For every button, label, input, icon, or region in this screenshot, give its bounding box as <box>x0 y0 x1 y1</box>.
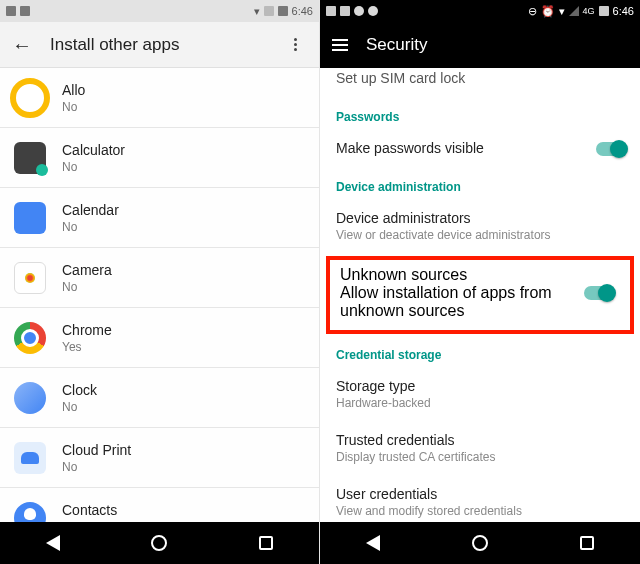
page-title: Install other apps <box>50 35 265 55</box>
app-row-calc[interactable]: CalculatorNo <box>0 128 319 188</box>
signal-icon <box>569 6 579 16</box>
setting-make-passwords-visible[interactable]: Make passwords visible <box>320 130 640 168</box>
notif-icon <box>20 6 30 16</box>
statusbar: ⊖ ⏰ ▾ 4G 6:46 <box>320 0 640 22</box>
app-name: Chrome <box>62 322 112 338</box>
app-name: Camera <box>62 262 112 278</box>
dnd-icon: ⊖ <box>528 5 537 18</box>
nav-home-icon[interactable] <box>151 535 167 551</box>
sim-icon <box>264 6 274 16</box>
app-icon-chrome <box>14 322 46 354</box>
app-icon-clock <box>14 382 46 414</box>
nav-recent-icon[interactable] <box>580 536 594 550</box>
appbar: Security <box>320 22 640 68</box>
toggle-switch[interactable] <box>596 142 626 156</box>
battery-icon <box>599 6 609 16</box>
app-name: Allo <box>62 82 85 98</box>
highlight-box: Unknown sources Allow installation of ap… <box>326 256 634 334</box>
app-name: Contacts <box>62 502 117 518</box>
menu-icon[interactable] <box>332 39 348 51</box>
setting-trusted-credentials[interactable]: Trusted credentials Display trusted CA c… <box>320 422 640 476</box>
app-status: No <box>62 220 119 234</box>
notif-icon <box>6 6 16 16</box>
app-status: No <box>62 160 125 174</box>
overflow-menu[interactable] <box>283 38 307 51</box>
nav-recent-icon[interactable] <box>259 536 273 550</box>
alarm-icon: ⏰ <box>541 5 555 18</box>
section-header-device-admin: Device administration <box>320 168 640 200</box>
app-status: No <box>62 460 131 474</box>
app-status: No <box>62 400 97 414</box>
app-icon-contacts <box>14 502 46 523</box>
wifi-icon: ▾ <box>254 5 260 18</box>
app-name: Calculator <box>62 142 125 158</box>
statusbar: ▾ 6:46 <box>0 0 319 22</box>
setting-user-credentials[interactable]: User credentials View and modify stored … <box>320 476 640 522</box>
app-row-allo[interactable]: AlloNo <box>0 68 319 128</box>
navbar <box>0 522 319 564</box>
notif-icon <box>326 6 336 16</box>
app-icon-cal <box>14 202 46 234</box>
app-status: No <box>62 100 85 114</box>
app-row-clock[interactable]: ClockNo <box>0 368 319 428</box>
notif-icon <box>354 6 364 16</box>
wifi-icon: ▾ <box>559 5 565 18</box>
status-time: 6:46 <box>292 5 313 17</box>
appbar: ← Install other apps <box>0 22 319 68</box>
app-row-cloudp[interactable]: Cloud PrintNo <box>0 428 319 488</box>
app-list: AlloNoCalculatorNoCalendarNoCameraNoChro… <box>0 68 319 522</box>
setting-unknown-sources[interactable]: Unknown sources Allow installation of ap… <box>340 266 620 320</box>
page-title: Security <box>366 35 628 55</box>
status-time: 6:46 <box>613 5 634 17</box>
network-label: 4G <box>583 6 595 16</box>
app-status: Yes <box>62 340 112 354</box>
section-header-passwords: Passwords <box>320 98 640 130</box>
app-row-cam[interactable]: CameraNo <box>0 248 319 308</box>
app-icon-cloudp <box>14 442 46 474</box>
setting-device-administrators[interactable]: Device administrators View or deactivate… <box>320 200 640 254</box>
nav-back-icon[interactable] <box>46 535 60 551</box>
app-row-chrome[interactable]: ChromeYes <box>0 308 319 368</box>
phone-right: ⊖ ⏰ ▾ 4G 6:46 Security Set up SIM card l… <box>320 0 640 564</box>
section-header-credential: Credential storage <box>320 336 640 368</box>
app-name: Calendar <box>62 202 119 218</box>
toggle-switch[interactable] <box>584 286 614 300</box>
app-row-contacts[interactable]: ContactsNo <box>0 488 319 522</box>
app-status: No <box>62 280 112 294</box>
app-icon-allo <box>14 82 46 114</box>
app-name: Cloud Print <box>62 442 131 458</box>
nav-home-icon[interactable] <box>472 535 488 551</box>
notif-icon <box>368 6 378 16</box>
battery-icon <box>278 6 288 16</box>
back-icon[interactable]: ← <box>12 35 32 55</box>
app-icon-calc <box>14 142 46 174</box>
navbar <box>320 522 640 564</box>
phone-left: ▾ 6:46 ← Install other apps AlloNoCalcul… <box>0 0 320 564</box>
setting-sim-lock[interactable]: Set up SIM card lock <box>320 68 640 98</box>
notif-icon <box>340 6 350 16</box>
setting-storage-type[interactable]: Storage type Hardware-backed <box>320 368 640 422</box>
nav-back-icon[interactable] <box>366 535 380 551</box>
app-name: Clock <box>62 382 97 398</box>
settings-list: Set up SIM card lock Passwords Make pass… <box>320 68 640 522</box>
app-row-cal[interactable]: CalendarNo <box>0 188 319 248</box>
app-icon-cam <box>14 262 46 294</box>
